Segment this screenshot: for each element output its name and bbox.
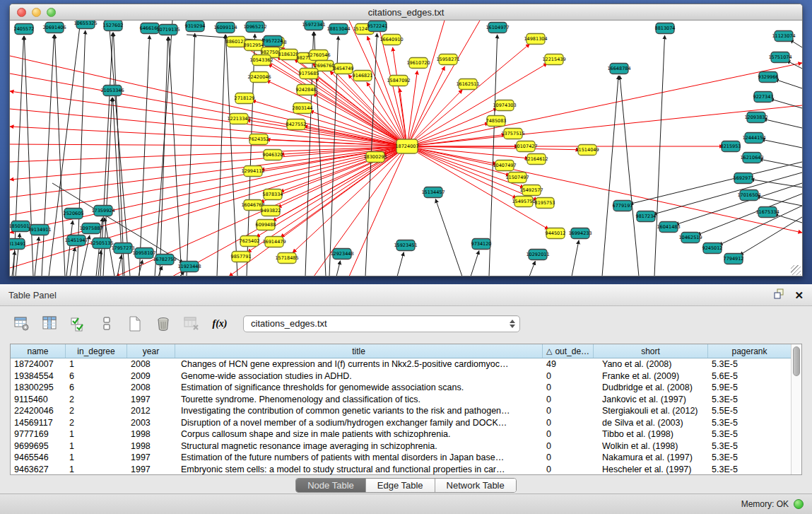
table-cell[interactable]: Embryonic stem cells: a model to study s… (175, 465, 543, 474)
graph-node[interactable]: 8215953 (721, 141, 741, 152)
graph-node[interactable]: 2803144 (293, 103, 313, 114)
network-canvas[interactable]: 8860123891295418226058982750981863281054… (10, 21, 802, 276)
column-header-short[interactable]: short (594, 344, 708, 358)
table-cell[interactable]: 2009 (127, 371, 175, 381)
table-cell[interactable]: Structural magnetic resonance image aver… (175, 441, 543, 451)
table-cell[interactable]: 2012 (127, 406, 175, 416)
graph-node[interactable]: 11923448 (177, 262, 201, 272)
table-cell[interactable]: Tourette syndrome. Phenomenology and cla… (175, 395, 543, 404)
table-cell[interactable]: 0 (543, 441, 594, 451)
graph-node[interactable]: 18724007 (395, 139, 418, 153)
graph-node[interactable]: 9313491 (10, 239, 25, 250)
graph-node[interactable]: 2405572 (14, 24, 35, 35)
graph-node[interactable]: 6779197 (613, 201, 633, 211)
graph-node[interactable]: 12213343 (227, 114, 250, 124)
tab-network-table[interactable]: Network Table (435, 479, 516, 492)
table-cell[interactable]: 14569117 (11, 418, 66, 428)
graph-node[interactable]: 8813074 (655, 23, 676, 34)
graph-node[interactable]: 11507497 (505, 173, 529, 183)
table-cell[interactable]: 1997 (127, 452, 175, 462)
table-cell[interactable]: 5.6E-5 (708, 371, 791, 381)
graph-node[interactable]: 15847092 (387, 76, 410, 86)
column-header-pagerank[interactable]: pagerank (708, 344, 791, 358)
graph-node[interactable]: 16994233 (568, 228, 592, 239)
table-cell[interactable]: de Silva et al. (2003) (594, 418, 708, 428)
table-cell[interactable]: 5.3E-5 (708, 429, 791, 439)
graph-node[interactable]: 9817234 (636, 211, 657, 222)
table-cell[interactable]: 18300295 (11, 382, 66, 392)
table-row[interactable]: 969969511998Structural magnetic resonanc… (11, 440, 791, 452)
graph-node[interactable]: 15751074 (768, 52, 792, 63)
graph-node[interactable]: 12923448 (330, 249, 353, 259)
graph-node[interactable]: 9175685 (299, 69, 319, 79)
table-row[interactable]: 1872400712008Changes of HCN gene express… (11, 358, 791, 370)
table-cell[interactable]: Genome-wide association studies in ADHD. (175, 371, 543, 381)
graph-node[interactable]: 17016504 (737, 190, 760, 201)
graph-node[interactable]: 11514049 (575, 145, 599, 156)
table-cell[interactable]: Investigating the contribution of common… (175, 406, 543, 416)
graph-node[interactable]: 10107427 (514, 141, 537, 152)
table-cell[interactable]: 9115460 (11, 395, 66, 404)
graph-node[interactable]: 16104977 (486, 23, 509, 33)
table-cell[interactable]: 2008 (127, 382, 175, 392)
table-cell[interactable]: 1 (66, 359, 127, 369)
graph-node[interactable]: 2718129 (235, 93, 255, 104)
graph-node[interactable]: 7957224 (263, 36, 283, 47)
table-cell[interactable]: 0 (543, 395, 594, 404)
scrollbar-thumb[interactable] (793, 346, 800, 376)
graph-node[interactable]: 8186328 (278, 49, 299, 60)
table-cell[interactable]: Hescheler et al. (1997) (594, 465, 708, 474)
table-selector-dropdown[interactable]: citations_edges.txt (243, 315, 520, 332)
graph-node[interactable]: 10407497 (493, 160, 516, 171)
tab-edge-table[interactable]: Edge Table (366, 479, 435, 492)
table-row[interactable]: 946554611997Estimation of the future num… (11, 452, 791, 464)
window-resize-grip[interactable] (791, 265, 801, 275)
table-row[interactable]: 1938455462009Genome-wide association stu… (11, 370, 791, 382)
graph-node[interactable]: 9329966 (758, 72, 779, 83)
column-header-out_de[interactable]: △out_de… (543, 344, 594, 358)
show-columns-icon[interactable] (41, 315, 59, 333)
table-cell[interactable]: 1 (66, 441, 127, 451)
table-cell[interactable]: 9465546 (11, 452, 66, 462)
graph-node[interactable]: 16648784 (607, 64, 630, 74)
table-cell[interactable]: 1 (66, 465, 127, 474)
table-cell[interactable]: 6 (66, 382, 127, 392)
graph-node[interactable]: 9445012 (546, 228, 566, 239)
graph-node[interactable]: 8427552 (286, 119, 307, 130)
table-cell[interactable]: Nakamura et al. (1997) (594, 452, 708, 462)
table-cell[interactable]: 9463627 (11, 465, 66, 474)
graph-node[interactable]: 15958271 (436, 54, 459, 65)
graph-node[interactable]: 12444154 (742, 133, 765, 144)
table-cell[interactable]: 19384554 (11, 371, 66, 381)
graph-node[interactable]: 17359924 (91, 206, 114, 216)
table-cell[interactable]: 1 (66, 452, 127, 462)
graph-node[interactable]: 16099114 (213, 23, 237, 33)
window-titlebar[interactable]: citations_edges.txt (10, 4, 802, 21)
table-cell[interactable]: Disruption of a novel member of a sodium… (175, 418, 543, 428)
column-header-title[interactable]: title (175, 344, 543, 358)
graph-node[interactable]: 5878334 (263, 189, 283, 200)
close-window-button[interactable] (17, 8, 26, 17)
graph-node[interactable]: 18813044 (326, 24, 350, 35)
table-cell[interactable]: 2 (66, 406, 127, 416)
graph-node[interactable]: 18300295 (363, 152, 387, 163)
graph-node[interactable]: 12215439 (542, 54, 565, 65)
table-cell[interactable]: 5.3E-5 (708, 359, 791, 369)
table-cell[interactable]: 0 (543, 371, 594, 381)
graph-node[interactable]: 15495750 (512, 197, 535, 207)
graph-node[interactable]: 9734120 (471, 239, 492, 250)
graph-node[interactable]: 9146821 (353, 71, 373, 81)
graph-node[interactable]: 17957273 (111, 243, 134, 254)
table-cell[interactable]: Franke et al. (2009) (594, 371, 708, 381)
table-cell[interactable]: 22420046 (11, 406, 66, 416)
graph-node[interactable]: 21053346 (100, 86, 124, 96)
graph-node[interactable]: 16640910 (379, 35, 403, 45)
zoom-window-button[interactable] (47, 8, 56, 17)
graph-node[interactable]: 9493822 (261, 206, 281, 216)
table-cell[interactable]: Estimation of significance thresholds fo… (175, 382, 543, 392)
graph-node[interactable]: 10655325 (73, 21, 97, 29)
table-cell[interactable]: 5.3E-5 (708, 452, 791, 462)
graph-node[interactable]: 12760546 (307, 50, 330, 61)
graph-node[interactable]: 9242848 (296, 85, 317, 95)
graph-node[interactable]: 12164612 (524, 154, 548, 165)
